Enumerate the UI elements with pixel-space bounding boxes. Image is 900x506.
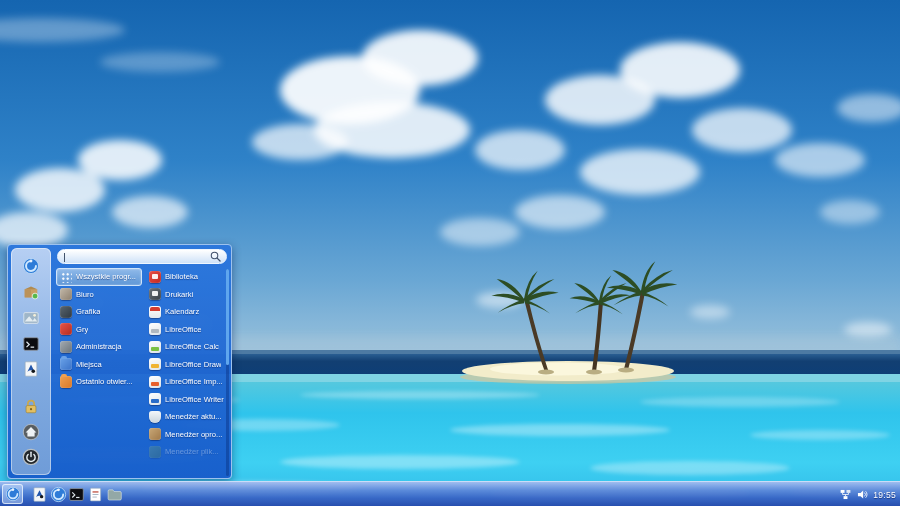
desktop: Wszystkie progr... Biuro Grafika Gry Adm… — [0, 0, 900, 506]
start-menu-swirl-icon — [5, 486, 21, 502]
category-graphics[interactable]: Grafika — [56, 303, 142, 321]
all-programs-grid-icon — [60, 271, 72, 283]
file-manager-icon — [149, 446, 161, 458]
libreoffice-writer-icon — [149, 393, 161, 405]
system-tray: 19:55 — [839, 482, 896, 506]
category-games[interactable]: Gry — [56, 321, 142, 339]
package-manager-icon[interactable] — [22, 283, 40, 301]
app-drukarki[interactable]: Drukarki — [145, 286, 231, 304]
menu-categories: Wszystkie progr... Biuro Grafika Gry Adm… — [56, 268, 142, 391]
power-button-icon[interactable] — [22, 448, 40, 466]
recent-folder-icon — [60, 376, 72, 388]
menu-search — [57, 249, 227, 264]
app-file-manager[interactable]: Menedżer plik... — [145, 443, 231, 461]
places-folder-icon — [60, 358, 72, 370]
search-icon — [209, 250, 222, 263]
category-administration[interactable]: Administracja — [56, 338, 142, 356]
app-libreoffice-draw[interactable]: LibreOffice Draw — [145, 356, 231, 374]
app-libreoffice[interactable]: LibreOffice — [145, 321, 231, 339]
libreoffice-draw-icon — [149, 358, 161, 370]
category-recently-opened[interactable]: Ostatnio otwier... — [56, 373, 142, 391]
category-all-programs[interactable]: Wszystkie progr... — [56, 268, 142, 286]
launcher-terminal-icon[interactable] — [68, 486, 85, 503]
taskbar: 19:55 — [0, 481, 900, 506]
office-bag-icon — [60, 288, 72, 300]
libreoffice-icon — [149, 323, 161, 335]
software-manager-icon — [149, 428, 161, 440]
app-kalendarz[interactable]: Kalendarz — [145, 303, 231, 321]
launcher-word-processor-icon[interactable] — [31, 486, 48, 503]
start-button[interactable] — [2, 484, 23, 504]
home-folder-icon[interactable] — [22, 423, 40, 441]
network-icon[interactable] — [839, 488, 852, 501]
clock[interactable]: 19:55 — [873, 490, 896, 500]
category-office[interactable]: Biuro — [56, 286, 142, 304]
libreoffice-impress-icon — [149, 376, 161, 388]
app-software-manager[interactable]: Menedżer opro... — [145, 426, 231, 444]
graphics-icon — [60, 306, 72, 318]
app-update-manager[interactable]: Menedżer aktu... — [145, 408, 231, 426]
printers-icon — [149, 288, 161, 300]
menu-scrollbar[interactable] — [226, 269, 229, 476]
app-libreoffice-impress[interactable]: LibreOffice Imp... — [145, 373, 231, 391]
launcher-text-document-icon[interactable] — [87, 486, 104, 503]
search-input[interactable] — [58, 251, 209, 262]
menu-scrollbar-thumb[interactable] — [226, 269, 229, 365]
app-biblioteka[interactable]: Biblioteka — [145, 268, 231, 286]
menu-applications: Biblioteka Drukarki Kalendarz LibreOffic… — [145, 268, 231, 461]
start-menu-favorites-strip — [11, 248, 51, 475]
word-processor-icon[interactable] — [22, 360, 40, 378]
pictures-icon[interactable] — [22, 309, 40, 327]
app-libreoffice-writer[interactable]: LibreOffice Writer — [145, 391, 231, 409]
terminal-icon[interactable] — [22, 335, 40, 353]
library-icon — [149, 271, 161, 283]
calendar-icon — [149, 306, 161, 318]
launcher-web-browser-icon[interactable] — [50, 486, 67, 503]
web-browser-icon[interactable] — [22, 257, 40, 275]
update-manager-shield-icon — [149, 411, 161, 423]
launcher-file-manager-icon[interactable] — [106, 486, 123, 503]
category-places[interactable]: Miejsca — [56, 356, 142, 374]
volume-icon[interactable] — [856, 488, 869, 501]
administration-icon — [60, 341, 72, 353]
libreoffice-calc-icon — [149, 341, 161, 353]
start-menu: Wszystkie progr... Biuro Grafika Gry Adm… — [7, 244, 232, 479]
games-cards-icon — [60, 323, 72, 335]
lock-screen-icon[interactable] — [22, 397, 40, 415]
app-libreoffice-calc[interactable]: LibreOffice Calc — [145, 338, 231, 356]
